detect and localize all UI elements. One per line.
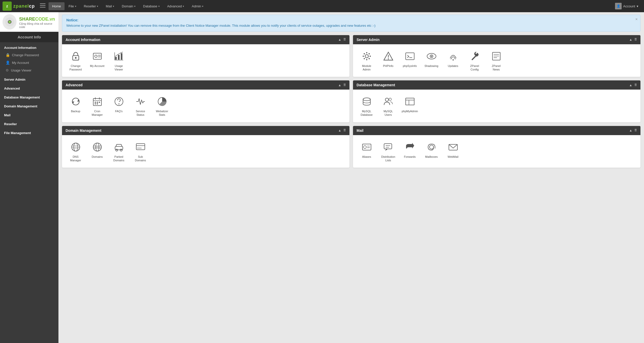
nav-account[interactable]: 👤 Account ▾ (612, 1, 641, 11)
panel-mail-body: Aliases Distribution Lists Forwards (353, 135, 640, 168)
sidebar-header: Account Info (0, 32, 58, 42)
panel-mail-grid-button[interactable]: ⠿ (634, 128, 637, 132)
sharecode-logo (3, 14, 17, 30)
panel-domain-grid-button[interactable]: ⠿ (343, 128, 346, 132)
panel-db-collapse-button[interactable]: ▲ (629, 83, 632, 87)
panel-item-mysql-database[interactable]: MySQL Database (357, 94, 376, 118)
notice-title: Notice: (66, 18, 636, 22)
nav-domain[interactable]: Domain▾ (118, 2, 139, 10)
panel-advanced-collapse-button[interactable]: ▲ (338, 83, 341, 87)
sidebar-section-server-admin: Server Admin (0, 74, 58, 83)
panel-item-change-password[interactable]: Change Password (66, 48, 85, 73)
panel-item-sub-domains[interactable]: www. Sub Domains (131, 139, 150, 164)
panel-mail-collapse-button[interactable]: ▲ (629, 128, 632, 132)
panel-database-management-header: Database Management ▲ ⠿ (353, 80, 640, 90)
panel-advanced: Advanced ▲ ⠿ Backup (62, 80, 349, 122)
globe-icon (69, 141, 82, 153)
svg-point-48 (118, 104, 119, 105)
nav-reseller[interactable]: Reseller▾ (80, 2, 102, 10)
panel-collapse-button[interactable]: ▲ (338, 38, 341, 41)
panel-item-phpmyadmin[interactable]: phpMyAdmin (400, 94, 419, 118)
panel-item-zpanel-config[interactable]: ZPanel Config (465, 48, 484, 73)
panel-item-phpsysinfo[interactable]: phpSysInfo (400, 48, 419, 73)
panel-item-service-status[interactable]: Service Status (131, 94, 150, 118)
notice-close-button[interactable]: × (635, 17, 638, 22)
nav-home[interactable]: Home (49, 2, 65, 10)
sidebar-section-mail: Mail (0, 110, 58, 119)
sharecode-text: SHARECODE.vn Cộng đồng chia sẻ source co… (19, 16, 56, 28)
panel-domain-management-header: Domain Management ▲ ⠿ (62, 126, 349, 135)
eye-icon (425, 50, 438, 63)
car-icon (113, 141, 125, 153)
sidebar-item-change-password[interactable]: 🔒 Change Password (0, 51, 58, 59)
nav-database[interactable]: Database▾ (140, 2, 163, 10)
svg-point-69 (363, 146, 366, 148)
svg-point-32 (431, 55, 432, 57)
main-content: Notice: Welcome to your new ZPanel insta… (58, 12, 644, 343)
notice-text: Welcome to your new ZPanel installation!… (66, 23, 636, 28)
panel-item-forwards[interactable]: Forwards (400, 139, 419, 164)
panel-item-updates[interactable]: Updates (443, 48, 463, 73)
at-icon (425, 141, 438, 153)
panel-item-webalizer-stats[interactable]: Webalizer Stats (152, 94, 172, 118)
panel-database-management-body: MySQL Database MySQL Users phpMyAdmin (353, 90, 640, 122)
gear-icon (360, 50, 373, 63)
top-nav: z zpanelcp Home File▾ Reseller▾ Mail▾ Do… (0, 0, 644, 12)
panel-item-backup[interactable]: Backup (66, 94, 85, 118)
lock-icon: 🔒 (6, 53, 10, 57)
panel-mail-header: Mail ▲ ⠿ (353, 126, 640, 135)
panel-advanced-grid-button[interactable]: ⠿ (343, 83, 346, 87)
panel-server-collapse-button[interactable]: ▲ (629, 38, 632, 41)
panel-item-module-admin[interactable]: Module Admin (357, 48, 376, 73)
users-icon (382, 95, 395, 108)
panels-grid: Account Information ▲ ⠿ Change Password (62, 35, 640, 168)
panel-item-webmail[interactable]: WebMail (443, 139, 463, 164)
sidebar-section-advanced: Advanced (0, 83, 58, 92)
panel-item-distribution-lists[interactable]: Distribution Lists (379, 139, 398, 164)
sharecode-subtitle: Cộng đồng chia sẻ source code (19, 22, 56, 28)
sidebar-item-usage-viewer[interactable]: ⚙ Usage Viewer (0, 66, 58, 74)
panel-item-domains[interactable]: Domains (88, 139, 107, 164)
panel-item-cron-manager[interactable]: Cron Manager (88, 94, 107, 118)
nav-file[interactable]: File▾ (65, 2, 80, 10)
svg-rect-72 (384, 144, 392, 149)
panel-item-faqs[interactable]: FAQ's (109, 94, 128, 118)
panel-item-aliases[interactable]: Aliases (357, 139, 376, 164)
svg-point-18 (366, 59, 367, 60)
news-icon (490, 50, 503, 63)
panel-item-phpinfo[interactable]: PHPInfo (379, 48, 398, 73)
panel-db-grid-button[interactable]: ⠿ (634, 83, 637, 87)
panel-domain-collapse-button[interactable]: ▲ (338, 128, 341, 132)
broadcast-icon (447, 50, 459, 63)
panel-grid-button[interactable]: ⠿ (343, 38, 346, 41)
panel-item-mailboxes[interactable]: Mailboxes (422, 139, 441, 164)
panel-item-mysql-users[interactable]: MySQL Users (379, 94, 398, 118)
globe2-icon (91, 141, 104, 153)
panel-item-zpanel-news[interactable]: ZPanel News (487, 48, 506, 73)
sidebar-section-domain-management: Domain Management (0, 101, 58, 110)
svg-rect-1 (40, 5, 45, 6)
svg-rect-44 (99, 102, 100, 103)
terminal-icon (404, 50, 416, 63)
sidebar-section-reseller: Reseller (0, 119, 58, 127)
phpmyadmin-icon (404, 95, 416, 108)
logo[interactable]: z zpanelcp (3, 2, 35, 11)
nav-advanced[interactable]: Advanced▾ (164, 2, 188, 10)
panel-item-dns-manager[interactable]: DNS Manager (66, 139, 85, 164)
panel-item-parked-domains[interactable]: Parked Domains (109, 139, 128, 164)
svg-point-22 (369, 58, 370, 59)
svg-rect-68 (362, 144, 371, 150)
sidebar: SHARECODE.vn Cộng đồng chia sẻ source co… (0, 12, 58, 343)
panel-item-usage-viewer[interactable]: Usage Viewer (109, 48, 128, 73)
envelope-icon (447, 141, 459, 153)
panel-account-information-header: Account Information ▲ ⠿ (62, 35, 349, 44)
calendar-icon (91, 95, 104, 108)
panel-item-shadowing[interactable]: Shadowing (422, 48, 441, 73)
nav-admin[interactable]: Admin▾ (188, 2, 207, 10)
svg-point-75 (430, 145, 434, 149)
panel-server-grid-button[interactable]: ⠿ (634, 38, 637, 41)
panel-item-my-account[interactable]: My Account (88, 48, 107, 73)
sidebar-item-my-account[interactable]: 👤 My Account (0, 59, 58, 66)
question-circle-icon (113, 95, 125, 108)
nav-mail[interactable]: Mail▾ (102, 2, 118, 10)
